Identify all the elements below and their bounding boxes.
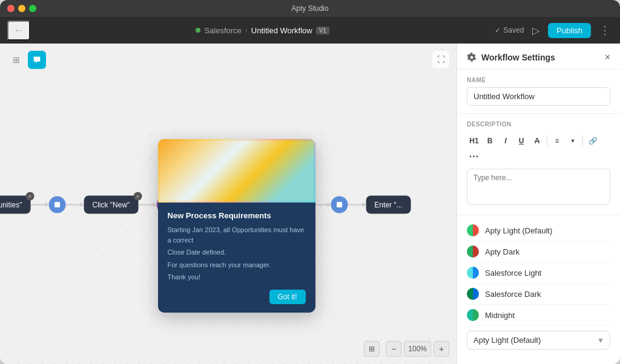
canvas-grid-button[interactable]: ⊞ <box>364 341 380 357</box>
check-icon: ✓ <box>495 26 501 34</box>
got-it-button[interactable]: Got it! <box>269 290 306 304</box>
theme-name-apty-dark: Apty Dark <box>485 247 610 256</box>
back-button[interactable]: ← <box>7 21 30 41</box>
description-input[interactable] <box>467 169 610 205</box>
zoom-out-button[interactable]: − <box>386 341 401 357</box>
minimize-window-btn[interactable] <box>18 5 25 12</box>
gear-icon <box>467 53 477 62</box>
node-close-opportunities[interactable]: × <box>25 192 34 201</box>
node-circle-1 <box>48 197 65 213</box>
theme-name-midnight: Midnight <box>485 311 610 320</box>
popup-text-2: Close Date defined. <box>168 247 306 258</box>
publish-button[interactable]: Publish <box>548 23 591 38</box>
grid-view-button[interactable]: ⊞ <box>7 51 25 69</box>
close-window-btn[interactable] <box>7 5 15 12</box>
theme-name-apty-light: Apty Light (Default) <box>485 226 610 235</box>
salesforce-status-dot <box>196 28 200 33</box>
popup-card: New Process Requirements Starting Jan 20… <box>158 139 315 313</box>
canvas-toolbar: ⊞ <box>7 51 46 69</box>
connector-3 <box>138 204 156 206</box>
saved-label: Saved <box>503 26 524 34</box>
breadcrumb-chevron: › <box>245 26 248 34</box>
h1-button[interactable]: H1 <box>467 134 481 148</box>
titlebar: Apty Studio <box>0 0 620 17</box>
more-options-btn[interactable]: ··· <box>467 149 481 164</box>
fullscreen-button[interactable]: ⛶ <box>432 51 449 68</box>
theme-item-apty-dark[interactable]: Apty Dark <box>467 241 610 262</box>
popup-title: New Process Requirements <box>168 211 306 220</box>
salesforce-label: Salesforce <box>204 26 241 35</box>
connector-1 <box>30 204 48 206</box>
canvas-bottom-toolbar: ⊞ − 100% + <box>364 341 449 357</box>
bold-button[interactable]: B <box>483 134 497 148</box>
popup-image-content <box>158 139 315 203</box>
canvas-area[interactable]: ⊞ ⛶ ick "Opportunities" × <box>0 44 457 364</box>
saved-status: ✓ Saved <box>495 26 524 34</box>
theme-icon-salesforce-light <box>467 267 479 279</box>
connector-5 <box>312 204 331 206</box>
align-dropdown-button[interactable]: ▼ <box>566 134 580 148</box>
main-content: ⊞ ⛶ ick "Opportunities" × <box>0 44 620 364</box>
node-box-enter: Enter "... <box>366 196 411 214</box>
workflow-name: Untitled Workflow <box>251 26 312 35</box>
strikethrough-button[interactable]: A <box>530 134 544 148</box>
node-label-enter: Enter "... <box>374 201 402 209</box>
zoom-level-display: 100% <box>404 341 431 357</box>
right-panel: Workflow Settings × NAME DESCRIPTION H1 … <box>457 44 620 364</box>
popup-footer: Got it! <box>168 290 306 304</box>
topbar-actions: ✓ Saved ▷ Publish ⋮ <box>495 21 613 39</box>
theme-icon-apty-light <box>467 224 479 236</box>
theme-item-salesforce-light[interactable]: Salesforce Light <box>467 262 610 284</box>
window-controls <box>7 5 36 12</box>
underline-button[interactable]: U <box>514 134 529 148</box>
theme-selector-wrapper: Apty Light (Default) Apty Dark Salesforc… <box>467 331 610 349</box>
theme-item-salesforce-dark[interactable]: Salesforce Dark <box>467 284 610 305</box>
theme-icon-midnight <box>467 309 479 321</box>
maximize-window-btn[interactable] <box>29 5 36 12</box>
connector-6 <box>348 204 366 206</box>
version-badge: V1 <box>316 27 329 34</box>
node-click-new[interactable]: Click "New" × <box>84 196 138 214</box>
chat-view-button[interactable] <box>28 51 46 69</box>
popup-body: New Process Requirements Starting Jan 20… <box>158 203 315 313</box>
popup-image <box>158 139 315 203</box>
svg-rect-1 <box>337 202 342 207</box>
theme-item-apty-light[interactable]: Apty Light (Default) <box>467 220 610 241</box>
panel-close-button[interactable]: × <box>605 52 610 63</box>
more-options-button[interactable]: ⋮ <box>597 21 613 39</box>
panel-header: Workflow Settings × <box>457 44 620 70</box>
toolbar-divider-2 <box>582 135 583 146</box>
theme-name-salesforce-dark: Salesforce Dark <box>485 290 610 299</box>
theme-item-midnight[interactable]: Midnight <box>467 305 610 326</box>
name-label: NAME <box>467 77 610 83</box>
popup-text-3: For questions reach your manager. <box>168 260 306 270</box>
node-enter[interactable]: Enter "... <box>366 196 411 214</box>
topbar: ← Salesforce › Untitled Workflow V1 ✓ Sa… <box>0 17 620 44</box>
svg-rect-0 <box>54 202 60 207</box>
theme-icon-salesforce-dark <box>467 288 479 300</box>
node-circle-3 <box>331 197 348 213</box>
link-button[interactable]: 🔗 <box>585 134 600 148</box>
popup-text-4: Thank you! <box>168 272 306 282</box>
name-section: NAME <box>457 70 620 114</box>
theme-name-salesforce-light: Salesforce Light <box>485 268 610 278</box>
align-button[interactable]: ≡ <box>550 134 564 148</box>
node-box-click-new: Click "New" × <box>84 196 138 214</box>
extended-options-section[interactable]: EXTENDED OPTIONS ∨ <box>457 357 620 364</box>
theme-selector[interactable]: Apty Light (Default) Apty Dark Salesforc… <box>467 331 610 349</box>
description-label: DESCRIPTION <box>467 121 610 128</box>
connector-2 <box>65 204 84 206</box>
node-opportunities[interactable]: ick "Opportunities" × <box>0 196 30 214</box>
node-close-click-new[interactable]: × <box>133 192 142 201</box>
toolbar-divider-1 <box>547 135 547 146</box>
description-section: DESCRIPTION H1 B I U A ≡ ▼ 🔗 ··· <box>457 114 620 215</box>
breadcrumb-area: Salesforce › Untitled Workflow V1 <box>35 26 490 35</box>
run-button[interactable]: ▷ <box>530 22 542 39</box>
panel-title: Workflow Settings <box>467 53 555 62</box>
zoom-in-button[interactable]: + <box>434 341 449 357</box>
node-box-opportunities: ick "Opportunities" × <box>0 196 30 214</box>
app-window: Apty Studio ← Salesforce › Untitled Work… <box>0 0 620 364</box>
app-title: Apty Studio <box>291 4 328 13</box>
italic-button[interactable]: I <box>498 134 513 148</box>
name-input[interactable] <box>467 87 610 106</box>
